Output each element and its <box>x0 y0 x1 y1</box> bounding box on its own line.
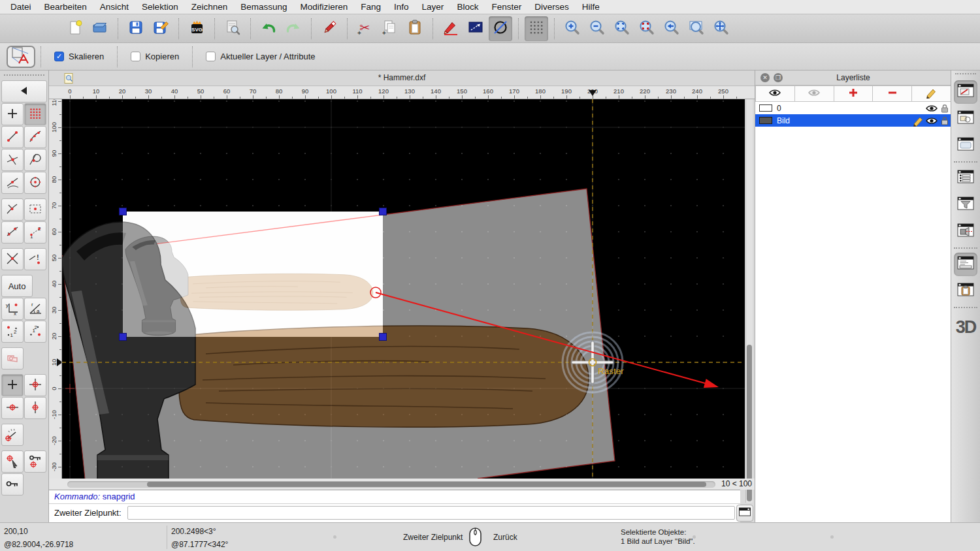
menu-item-fang[interactable]: Fang <box>354 0 387 14</box>
eye-gray-button[interactable] <box>795 86 834 102</box>
redo-button[interactable] <box>282 16 305 41</box>
add-layer-button[interactable] <box>834 86 874 102</box>
selection-filter-dock-button[interactable] <box>954 193 977 217</box>
save-file-button[interactable] <box>124 16 148 41</box>
zoom-out-button[interactable] <box>585 16 609 41</box>
edit-layer-button[interactable] <box>912 86 951 102</box>
restrict-horizontal-button[interactable] <box>1 397 24 419</box>
zoom-auto-button[interactable] <box>610 16 634 41</box>
selection-handle[interactable] <box>120 334 127 341</box>
pencil-draw-button[interactable] <box>439 16 463 41</box>
menu-item-bearbeiten[interactable]: Bearbeiten <box>38 0 93 14</box>
zoom-previous-button[interactable] <box>660 16 683 41</box>
snap-middle-button[interactable] <box>1 172 24 194</box>
menu-item-selektion[interactable]: Selektion <box>135 0 185 14</box>
horizontal-scrollbar[interactable] <box>67 481 715 488</box>
menu-item-layer[interactable]: Layer <box>416 0 451 14</box>
layer-row-bild[interactable]: Bild <box>755 114 951 127</box>
snap-auto-button[interactable] <box>1 221 24 244</box>
menu-item-modifizieren[interactable]: Modifizieren <box>294 0 355 14</box>
command-input[interactable] <box>127 506 735 520</box>
palette-grip[interactable] <box>4 74 44 78</box>
menu-item-bemassung[interactable]: Bemassung <box>234 0 293 14</box>
menu-item-fenster[interactable]: Fenster <box>485 0 528 14</box>
zoom-window-button[interactable] <box>685 16 708 41</box>
select-window-button[interactable] <box>464 16 487 41</box>
snap-distance-button[interactable]: 12 <box>24 221 46 244</box>
copy-button[interactable]: + <box>378 16 402 41</box>
angle-gauge-button[interactable] <box>1 424 24 446</box>
coord-polar-button[interactable]: ra <box>24 298 46 320</box>
3d-dock-label[interactable]: 3D <box>951 317 980 338</box>
snap-perpendicular-button[interactable] <box>1 198 24 221</box>
checkbox-skalieren[interactable]: ✓ Skalieren <box>54 52 104 61</box>
checkbox-kopieren[interactable]: Kopieren <box>131 52 179 61</box>
dock-grip[interactable] <box>955 73 976 77</box>
auto-tool-button[interactable]: Auto <box>1 275 33 297</box>
current-tool-button[interactable] <box>7 46 35 68</box>
coord-relative-polar-button[interactable]: 12 <box>24 321 46 343</box>
menu-item-zeichnen[interactable]: Zeichnen <box>185 0 235 14</box>
shape-tool-button[interactable] <box>1 347 24 370</box>
print-preview-button[interactable] <box>221 16 244 41</box>
snap-intersection-button[interactable] <box>1 149 24 171</box>
checkbox-box[interactable] <box>206 52 216 61</box>
svg-export-button[interactable]: SVG <box>185 16 208 41</box>
command-line-dock-button[interactable] <box>954 253 977 276</box>
grid-toggle-button[interactable] <box>525 16 548 41</box>
save-file-as-button[interactable] <box>149 16 172 41</box>
relative-zero-set-button[interactable] <box>1 450 24 473</box>
back-button[interactable] <box>1 80 47 102</box>
edit-layer-icon[interactable] <box>912 115 925 127</box>
checkbox-box[interactable]: ✓ <box>54 52 64 61</box>
menu-item-ansicht[interactable]: Ansicht <box>93 0 135 14</box>
restrict-orthogonal-button[interactable] <box>24 374 46 396</box>
selection-handle[interactable] <box>380 334 387 341</box>
zoom-pan-button[interactable] <box>710 16 733 41</box>
zoom-in-button[interactable] <box>561 16 584 41</box>
restrict-vertical-button[interactable] <box>24 397 46 419</box>
coord-relative-button[interactable]: 12 <box>1 321 24 343</box>
menu-item-block[interactable]: Block <box>450 0 485 14</box>
relative-zero-lock-button[interactable] <box>24 450 46 473</box>
drawing-canvas[interactable]: Raster <box>62 99 745 479</box>
layer-visibility-eye-icon[interactable] <box>925 103 938 114</box>
layer-lock-icon[interactable] <box>938 116 951 126</box>
clipboard-panel-dock-button[interactable] <box>954 279 977 303</box>
layer-lock-icon[interactable] <box>938 103 951 114</box>
property-editor-dock-button[interactable] <box>954 166 977 190</box>
menu-item-hilfe[interactable]: Hilfe <box>576 0 606 14</box>
ortho-circle-button[interactable] <box>489 16 512 41</box>
restrict-warning-button[interactable]: ! <box>24 248 46 270</box>
block-list-dock-button[interactable] <box>954 107 977 131</box>
coord-cartesian-button[interactable]: yx <box>1 298 24 320</box>
zoom-selection-button[interactable] <box>635 16 659 41</box>
delete-entities-button[interactable] <box>318 16 341 41</box>
remove-layer-button[interactable] <box>873 86 912 102</box>
layer-list-dock-button[interactable] <box>954 80 977 104</box>
undo-button[interactable] <box>257 16 280 41</box>
snap-center-button[interactable] <box>24 172 46 194</box>
snap-grid-button[interactable] <box>24 103 46 125</box>
snap-reference-button[interactable] <box>24 198 46 221</box>
menu-item-datei[interactable]: Datei <box>4 0 38 14</box>
restrict-none-button[interactable] <box>1 374 24 396</box>
cut-button[interactable]: ✂+ <box>353 16 377 41</box>
snap-x-button[interactable] <box>1 248 24 270</box>
paste-button[interactable] <box>403 16 427 41</box>
snap-tangent-button[interactable] <box>24 149 46 171</box>
new-file-button[interactable] <box>63 16 87 41</box>
horizontal-scrollbar-thumb[interactable] <box>147 482 706 487</box>
layer-row-0[interactable]: 0 <box>755 102 951 114</box>
menu-item-info[interactable]: Info <box>387 0 416 14</box>
selection-handle[interactable] <box>380 208 387 215</box>
menu-item-diverses[interactable]: Diverses <box>528 0 576 14</box>
vertical-scrollbar-thumb[interactable] <box>747 345 752 501</box>
layer-visibility-eye-icon[interactable] <box>925 116 938 126</box>
views-dock-button[interactable] <box>954 134 977 157</box>
vertical-scrollbar[interactable] <box>745 99 753 503</box>
selection-handle[interactable] <box>120 208 127 215</box>
open-file-button[interactable] <box>88 16 112 41</box>
command-line-toggle-button[interactable] <box>736 505 753 522</box>
checkbox-box[interactable] <box>131 52 140 61</box>
